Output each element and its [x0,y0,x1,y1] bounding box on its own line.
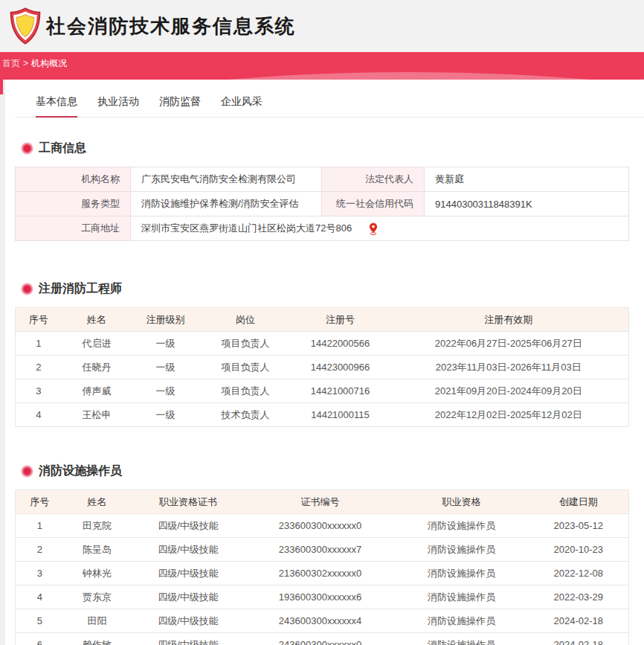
table-cell: 2024-02-18 [529,609,629,633]
column-header: 姓名 [62,308,132,332]
table-cell: 3 [16,562,64,585]
table-cell: 2022年06月27日-2025年06月27日 [389,332,629,356]
section-bullet-icon [21,283,33,295]
table-cell: 6 [16,633,64,645]
engineers-table: 序号姓名注册级别岗位注册号注册有效期1代启进一级项目负责人14422000566… [15,307,629,427]
table-cell: 一级 [132,379,199,403]
table-cell: 233600300xxxxxx7 [246,538,395,562]
table-cell: 陈呈岛 [64,538,131,562]
column-header: 创建日期 [529,490,629,514]
table-row: 4王松申一级技术负责人144210001152022年12月02日-2025年1… [16,403,629,427]
table-cell: 消防设施操作员 [395,514,529,538]
breadcrumb-separator: > [23,58,28,68]
service-type-value: 消防设施维护保养检测/消防安全评估 [131,192,322,216]
tab-bar: 基本信息 执业活动 消防监督 企业风采 [15,89,644,118]
table-cell: 193600300xxxxxx6 [246,585,395,609]
table-cell: 4 [16,403,62,427]
table-cell: 钟林光 [64,562,131,585]
left-accent-bar [0,80,3,94]
legal-rep-value: 黄新庭 [425,167,629,192]
table-cell: 项目负责人 [199,356,292,379]
table-cell: 243600300xxxxxx4 [246,609,395,633]
table-cell: 1 [16,514,64,538]
column-header: 注册级别 [132,308,199,332]
table-cell: 14423000966 [292,356,389,379]
table-cell: 赖作敏 [64,633,131,645]
table-row: 3傅声威一级项目负责人144210007162021年09月20日-2024年0… [16,379,629,403]
column-header: 注册有效期 [389,308,629,332]
org-name-value: 广东民安电气消防安全检测有限公司 [131,167,322,192]
table-cell: 技术负责人 [199,403,292,427]
table-cell: 四级/中级技能 [131,514,246,538]
table-cell: 2022年12月02日-2025年12月02日 [389,403,629,427]
business-info-section-head: 工商信息 [21,141,644,156]
table-cell: 233600300xxxxxx0 [246,514,395,538]
tab-company-showcase[interactable]: 企业风采 [221,89,263,118]
breadcrumb-home-link[interactable]: 首页 [2,58,20,68]
tab-fire-supervision[interactable]: 消防监督 [159,89,201,118]
tab-practice-activity[interactable]: 执业活动 [97,89,139,118]
table-cell: 213600302xxxxxx0 [246,562,395,585]
column-header: 姓名 [64,490,131,514]
table-cell: 2020-10-23 [529,538,629,562]
table-cell: 2024-02-18 [529,633,629,645]
table-cell: 消防设施操作员 [395,538,529,562]
table-cell: 项目负责人 [199,379,292,403]
tab-basic-info[interactable]: 基本信息 [36,89,77,118]
table-cell: 2022-12-08 [529,562,629,585]
table-cell: 5 [16,609,64,633]
table-cell: 贾东京 [64,585,131,609]
table-cell: 14421000716 [292,379,389,403]
section-bullet-icon [21,142,33,155]
org-name-label: 机构名称 [16,167,131,192]
section-title: 消防设施操作员 [39,463,122,479]
engineers-section-head: 注册消防工程师 [21,281,644,297]
header-row: 序号姓名注册级别岗位注册号注册有效期 [16,308,629,332]
address-label: 工商地址 [16,216,131,241]
table-cell: 四级/中级技能 [131,562,246,585]
table-cell: 2023年11月03日-2026年11月03日 [389,356,629,379]
table-cell: 3 [16,379,62,403]
table-cell: 2 [16,538,64,562]
table-cell: 一级 [132,356,199,379]
table-cell: 4 [16,585,64,609]
table-row: 1代启进一级项目负责人144220005662022年06月27日-2025年0… [16,332,629,356]
table-cell: 消防设施操作员 [395,633,529,645]
table-cell: 14422000566 [292,332,389,356]
main-content: 基本信息 执业活动 消防监督 企业风采 工商信息 机构名称 广东民安电气消防安全… [5,80,644,645]
operators-table: 序号姓名职业资格证书证书编号职业资格创建日期1田克院四级/中级技能2336003… [15,490,629,645]
breadcrumb-current: 机构概况 [31,58,67,68]
address-value: 深圳市宝安区燕罗街道山门社区松岗大道72号806 [141,222,352,235]
table-cell: 一级 [132,403,199,427]
table-cell: 代启进 [62,332,132,356]
column-header: 职业资格证书 [131,490,246,514]
table-row: 机构名称 广东民安电气消防安全检测有限公司 法定代表人 黄新庭 [16,167,629,192]
table-row: 服务类型 消防设施维护保养检测/消防安全评估 统一社会信用代码 91440300… [16,192,629,216]
table-cell: 任晓丹 [62,356,132,379]
table-cell: 四级/中级技能 [131,609,246,633]
table-row: 4贾东京四级/中级技能193600300xxxxxx6消防设施操作员2022-0… [16,585,629,609]
section-title: 工商信息 [39,141,86,156]
table-row: 2任晓丹一级项目负责人144230009662023年11月03日-2026年1… [16,356,629,379]
page-title: 社会消防技术服务信息系统 [46,13,296,39]
column-header: 注册号 [292,308,389,332]
service-type-label: 服务类型 [16,192,131,216]
table-cell: 消防设施操作员 [395,609,529,633]
table-cell: 四级/中级技能 [131,585,246,609]
table-row: 工商地址 深圳市宝安区燕罗街道山门社区松岗大道72号806 [16,216,629,241]
shield-logo-icon [9,7,42,45]
table-row: 6赖作敏四级/中级技能243600300xxxxxx0消防设施操作员2024-0… [16,633,629,645]
app-header: 社会消防技术服务信息系统 [0,0,644,52]
credit-code-label: 统一社会信用代码 [322,192,425,216]
section-title: 注册消防工程师 [39,281,122,297]
table-cell: 四级/中级技能 [131,633,246,645]
map-pin-icon[interactable] [368,222,379,236]
table-row: 1田克院四级/中级技能233600300xxxxxx0消防设施操作员2023-0… [16,514,629,538]
table-cell: 2 [16,356,62,379]
breadcrumb: 首页>机构概况 [0,52,644,80]
operators-section-head: 消防设施操作员 [21,463,644,479]
table-cell: 2021年09月20日-2024年09月20日 [389,379,629,403]
table-cell: 傅声威 [62,379,132,403]
table-cell: 14421000115 [292,403,389,427]
table-row: 3钟林光四级/中级技能213600302xxxxxx0消防设施操作员2022-1… [16,562,629,585]
